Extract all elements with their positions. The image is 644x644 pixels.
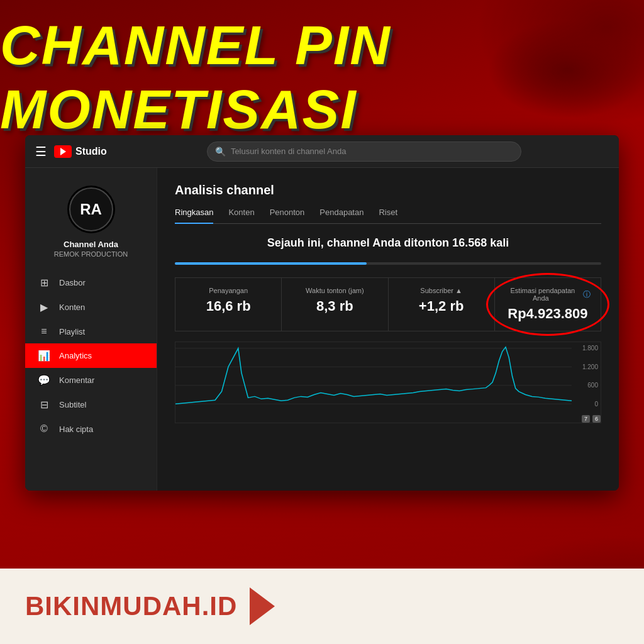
chart-svg [175,342,572,410]
stat-penayangan: Penayangan 16,6 rb [175,278,281,331]
youtube-icon [54,145,72,158]
stat-value-estimasi: Rp4.923.809 [505,306,591,322]
bottom-arrow-icon [250,587,275,625]
search-bar[interactable]: 🔍 Telusuri konten di channel Anda [207,142,521,162]
channel-sub: REMOK PRODUCTION [54,250,128,258]
sidebar-label-analytics: Analytics [59,351,92,360]
avatar-initials: RA [69,187,113,231]
avatar: RA [67,186,115,233]
progress-bar [175,262,601,265]
studio-topbar: ☰ Studio 🔍 Telusuri konten di channel An… [25,135,619,168]
konten-icon: ▶ [38,301,50,313]
main-title: CHANNEL PIN MONETISASI [0,13,644,142]
tab-riset[interactable]: Riset [379,208,397,223]
sidebar-item-hakcipta[interactable]: © Hak cipta [25,417,157,441]
x-badge-6: 6 [592,415,601,423]
channel-info: RA Channel Anda REMOK PRODUCTION [25,175,157,270]
x-badge-7: 7 [582,415,590,423]
sidebar-label-subtitel: Subtitel [59,400,86,409]
y-label-0: 0 [572,401,598,408]
search-icon: 🔍 [215,147,226,157]
stat-estimasi: Estimasi pendapatan Anda ⓘ Rp4.923.809 [495,278,601,331]
bottom-logo: BIKINMUDAH.ID [25,591,237,621]
bottom-section: BIKINMUDAH.ID [0,569,644,644]
yt-play-triangle [60,148,66,155]
hamburger-icon[interactable]: ☰ [35,144,47,159]
page-container: CHANNEL PIN MONETISASI ☰ Studio 🔍 Telusu… [0,0,644,644]
sidebar-item-playlist[interactable]: ≡ Playlist [25,319,157,343]
sidebar-label-playlist: Playlist [59,327,85,336]
stat-label-subscriber: Subscriber ▲ [399,287,484,294]
stats-headline: Sejauh ini, channel Anda ditonton 16.568… [175,236,601,250]
studio-container: ☰ Studio 🔍 Telusuri konten di channel An… [25,135,619,491]
sidebar-item-dasbor[interactable]: ⊞ Dasbor [25,270,157,295]
sidebar-item-analytics[interactable]: 📊 Analytics [25,343,157,368]
search-placeholder-text: Telusuri konten di channel Anda [231,147,347,156]
studio-body: RA Channel Anda REMOK PRODUCTION ⊞ Dasbo… [25,168,619,491]
tabs-row: Ringkasan Konten Penonton Pendapatan Ris… [175,208,601,224]
chart-y-labels: 1.800 1.200 600 0 [572,342,601,410]
sidebar-label-hakcipta: Hak cipta [59,425,93,434]
stat-label-estimasi: Estimasi pendapatan Anda ⓘ [505,287,591,302]
playlist-icon: ≡ [38,326,50,337]
tab-konten[interactable]: Konten [228,208,254,223]
page-title: Analisis channel [175,183,601,197]
y-label-600: 600 [572,382,598,389]
progress-bar-fill [175,262,367,265]
chart-x-labels: 7 6 [582,415,601,423]
sidebar-item-komentar[interactable]: 💬 Komentar [25,368,157,392]
y-label-1200: 1.200 [572,364,598,370]
sidebar: RA Channel Anda REMOK PRODUCTION ⊞ Dasbo… [25,168,157,491]
stat-value-subscriber: +1,2 rb [399,298,484,314]
sidebar-label-konten: Konten [59,303,85,312]
channel-name: Channel Anda [64,240,118,249]
chart-area: 1.800 1.200 600 0 7 6 [175,341,601,423]
stat-subscriber: Subscriber ▲ +1,2 rb [389,278,494,331]
sidebar-item-subtitel[interactable]: ⊟ Subtitel [25,392,157,417]
tab-ringkasan[interactable]: Ringkasan [175,208,213,223]
main-content: Analisis channel Ringkasan Konten Penont… [157,168,619,491]
stat-value-waktu: 8,3 rb [292,298,377,314]
yt-logo: Studio [54,145,107,158]
sidebar-label-dasbor: Dasbor [59,278,86,287]
sidebar-label-komentar: Komentar [59,375,94,385]
subtitel-icon: ⊟ [38,399,50,411]
yt-studio-label: Studio [75,146,107,157]
stat-label-penayangan: Penayangan [186,287,271,294]
tab-penonton[interactable]: Penonton [270,208,305,223]
red-circle-highlight [486,273,609,336]
hakcipta-icon: © [38,423,50,435]
komentar-icon: 💬 [38,374,50,386]
dasbor-icon: ⊞ [38,277,50,289]
sidebar-item-konten[interactable]: ▶ Konten [25,295,157,319]
y-label-1800: 1.800 [572,345,598,352]
stat-waktutonton: Waktu tonton (jam) 8,3 rb [282,278,387,331]
tab-pendapatan[interactable]: Pendapatan [319,208,364,223]
header-section: CHANNEL PIN MONETISASI [0,19,644,135]
stats-grid: Penayangan 16,6 rb Waktu tonton (jam) 8,… [175,277,601,331]
analytics-icon: 📊 [38,350,50,362]
stat-value-penayangan: 16,6 rb [186,298,271,314]
stat-label-waktu: Waktu tonton (jam) [292,287,377,294]
chart-svg-container [175,342,572,410]
